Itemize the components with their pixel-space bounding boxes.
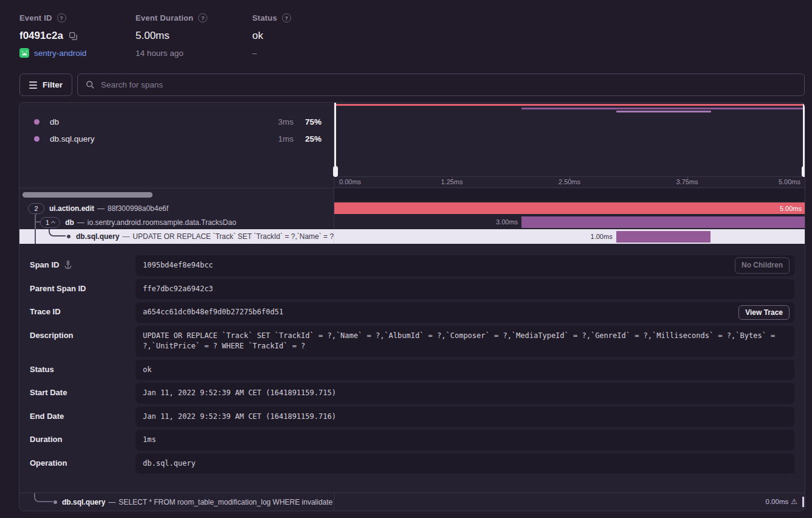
- span-row-db-sql-query-selected[interactable]: db.sql.query—UPDATE OR REPLACE `Track` S…: [19, 229, 805, 244]
- dash-separator: —: [122, 232, 129, 241]
- span-desc: 88f300998a0b4e6f: [108, 204, 168, 213]
- span-id-value: 1095bd4ef8e94bcc: [143, 261, 213, 269]
- detail-value-box: a654cc61dc0b48ef9d0b27275b6f0d51 View Tr…: [136, 302, 794, 323]
- span-row-ui-action-edit[interactable]: 2 ui.action.edit—88f300998a0b4e6f 5.00ms: [19, 201, 805, 215]
- span-duration-bar: [802, 497, 804, 507]
- detail-label: Duration: [30, 435, 62, 444]
- project-name: sentry-android: [34, 49, 86, 58]
- children-count: 2: [34, 205, 38, 212]
- event-id-help-icon[interactable]: ?: [57, 13, 66, 22]
- copy-icon[interactable]: [69, 32, 78, 41]
- status-label: Status: [252, 13, 277, 22]
- trace-minimap: 0.00ms 1.25ms 2.50ms 3.75ms 5.00ms: [334, 103, 805, 201]
- detail-label: Span ID: [30, 260, 59, 269]
- status-detail-value: ok: [143, 365, 151, 374]
- minimap-chart[interactable]: [334, 103, 805, 177]
- axis-tick-label: 5.00ms: [779, 178, 800, 185]
- duration-text: 0.00ms: [766, 493, 789, 511]
- event-duration-value: 5.00ms: [136, 30, 252, 42]
- search-icon: [86, 80, 95, 89]
- span-title: ui.action.edit—88f300998a0b4e6f: [49, 204, 168, 213]
- event-id-label: Event ID: [19, 13, 52, 22]
- trace-header-section: db 3ms 75% db.sql.query 1ms 25%: [19, 103, 805, 201]
- span-op: db.sql.query: [62, 498, 105, 506]
- axis-tick-label: 0.00ms: [339, 178, 361, 185]
- anchor-icon[interactable]: [64, 260, 72, 269]
- minimap-span-line: [616, 111, 711, 112]
- warning-icon: ⚠: [791, 493, 797, 511]
- status-value: ok: [252, 30, 291, 42]
- detail-label: Parent Span ID: [30, 284, 86, 293]
- detail-value-box: ffe7dbc92a6942c3: [136, 279, 794, 300]
- scrollbar-thumb[interactable]: [22, 192, 153, 198]
- minimap-right-handle[interactable]: [803, 103, 805, 177]
- legend-item-db-sql-query[interactable]: db.sql.query 1ms 25%: [19, 130, 334, 147]
- span-detail-page: { "header": { "event_id": { "label": "Ev…: [0, 0, 812, 518]
- detail-label: Operation: [30, 458, 67, 468]
- detail-row-operation: Operation db.sql.query: [30, 454, 794, 474]
- detail-label: Status: [30, 365, 54, 374]
- event-duration-ago: 14 hours ago: [136, 49, 252, 58]
- horizontal-scrollbar[interactable]: [19, 188, 334, 201]
- detail-row-start-date: Start Date Jan 11, 2022 9:52:39 AM CET (…: [30, 383, 794, 404]
- legend-dot: [34, 119, 40, 125]
- span-row-db[interactable]: 1 db—io.sentry.android.roomsample.data.T…: [19, 215, 805, 229]
- legend-duration: 3ms: [257, 117, 294, 126]
- duration-value: 1ms: [143, 435, 156, 444]
- span-duration-bar[interactable]: [616, 231, 711, 243]
- children-count: 1: [46, 219, 49, 226]
- minimap-substrip: [334, 188, 805, 201]
- span-desc: UPDATE OR REPLACE `Track` SET `TrackId` …: [132, 232, 334, 241]
- detail-value-box: 1ms: [136, 430, 794, 451]
- detail-label: Start Date: [30, 388, 67, 397]
- parent-span-id-value: ffe7dbc92a6942c3: [143, 285, 213, 293]
- event-id-column: Event ID ? f0491c2a s: [19, 13, 136, 58]
- detail-label: Description: [30, 331, 74, 340]
- dash-separator: —: [77, 218, 84, 227]
- span-children-count-pill[interactable]: 1: [40, 217, 60, 228]
- span-duration-label: 5.00ms: [780, 205, 805, 212]
- span-title: db.sql.query—UPDATE OR REPLACE `Track` S…: [76, 232, 334, 241]
- project-link[interactable]: sentry-android: [19, 48, 136, 58]
- detail-value-box: UPDATE OR REPLACE `Track` SET `TrackId` …: [136, 326, 794, 357]
- event-duration-label: Event Duration: [136, 13, 193, 22]
- tree-elbow: [49, 229, 66, 237]
- status-help-icon[interactable]: ?: [282, 13, 291, 22]
- end-date-value: Jan 11, 2022 9:52:39 AM CET (1641891159.…: [143, 412, 336, 421]
- detail-row-status: Status ok: [30, 360, 794, 381]
- span-desc: SELECT * FROM room_table_modification_lo…: [119, 498, 332, 506]
- legend-op-name: db: [50, 117, 257, 126]
- filter-button[interactable]: Filter: [19, 74, 72, 96]
- dash-separator: —: [108, 498, 115, 506]
- minimap-span-line: [334, 104, 805, 106]
- minimap-left-handle[interactable]: [334, 103, 336, 177]
- axis-tick-label: 3.75ms: [676, 178, 698, 185]
- operation-value: db.sql.query: [143, 459, 196, 468]
- detail-value-box: db.sql.query: [136, 454, 794, 474]
- span-duration-bar[interactable]: 5.00ms: [334, 202, 805, 214]
- event-header: Event ID ? f0491c2a s: [19, 13, 291, 58]
- span-op: db: [65, 218, 74, 227]
- span-tree: 2 ui.action.edit—88f300998a0b4e6f 5.00ms…: [19, 201, 805, 244]
- span-duration-label: 3.00ms: [496, 215, 518, 229]
- span-duration-bar[interactable]: [521, 216, 805, 228]
- trace-panel: db 3ms 75% db.sql.query 1ms 25%: [19, 102, 805, 511]
- legend-op-name: db.sql.query: [50, 134, 257, 143]
- event-id-value: f0491c2a: [19, 30, 63, 42]
- legend-item-db[interactable]: db 3ms 75%: [19, 113, 334, 130]
- detail-value-box: Jan 11, 2022 9:52:39 AM CET (1641891159.…: [136, 407, 794, 427]
- view-trace-button[interactable]: View Trace: [738, 305, 790, 320]
- detail-row-span-id: Span ID 1095bd4ef8e94bcc No Children: [30, 255, 794, 276]
- detail-label: Trace ID: [30, 307, 61, 316]
- span-desc: io.sentry.android.roomsample.data.Tracks…: [88, 218, 236, 227]
- span-row-db-sql-query-select[interactable]: db.sql.query—SELECT * FROM room_table_mo…: [19, 492, 805, 511]
- span-children-count-pill[interactable]: 2: [28, 203, 44, 214]
- event-duration-help-icon[interactable]: ?: [198, 13, 207, 22]
- span-title: db—io.sentry.android.roomsample.data.Tra…: [65, 218, 236, 227]
- span-op: ui.action.edit: [49, 204, 94, 213]
- tree-dot: [67, 235, 71, 238]
- detail-label: End Date: [30, 412, 64, 421]
- start-date-value: Jan 11, 2022 9:52:39 AM CET (1641891159.…: [143, 388, 336, 397]
- axis-tick-label: 1.25ms: [441, 178, 463, 185]
- search-input[interactable]: [101, 80, 796, 89]
